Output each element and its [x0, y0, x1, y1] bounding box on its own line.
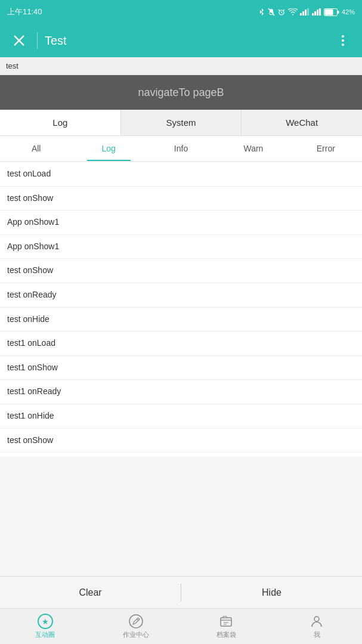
- svg-rect-5: [307, 8, 309, 16]
- filter-info[interactable]: Info: [145, 136, 217, 161]
- filter-all[interactable]: All: [0, 136, 72, 161]
- log-item: test onHide: [0, 308, 362, 332]
- action-bar: Clear Hide: [0, 576, 362, 608]
- log-item: test onShow: [0, 429, 362, 453]
- log-item: test onLoad: [0, 162, 362, 187]
- nav-item-wo[interactable]: 我: [271, 609, 362, 644]
- wifi-icon: [288, 8, 298, 16]
- nav-item-hudong[interactable]: ★ 互动圈: [0, 609, 91, 644]
- bottom-nav: ★ 互动圈 作业中心 档案袋 我: [0, 608, 362, 644]
- bluetooth-icon: [258, 8, 265, 16]
- log-item: test1 onReady: [0, 380, 362, 404]
- svg-rect-3: [302, 11, 304, 16]
- svg-rect-4: [305, 10, 307, 16]
- log-item: test1 onHide: [0, 404, 362, 429]
- more-button[interactable]: [332, 30, 354, 51]
- svg-rect-9: [319, 8, 321, 16]
- battery-percent: 42%: [342, 8, 355, 16]
- svg-rect-6: [312, 13, 314, 16]
- nav-label-zuoye: 作业中心: [123, 630, 149, 639]
- pencil-circle-icon: [128, 614, 144, 629]
- mute-icon: [268, 8, 275, 16]
- hide-button[interactable]: Hide: [181, 577, 362, 608]
- folder-icon: [218, 614, 234, 629]
- svg-rect-12: [324, 9, 333, 15]
- status-bar: 上午11:40: [0, 0, 362, 24]
- log-item: test onReady: [0, 283, 362, 308]
- nav-banner: navigateTo pageB: [0, 75, 362, 110]
- tab-wechat[interactable]: WeChat: [242, 110, 362, 135]
- filter-error[interactable]: Error: [290, 136, 362, 161]
- log-item: App onShow1: [0, 235, 362, 259]
- signal-icon: [300, 8, 310, 16]
- nav-label-dangan: 档案袋: [216, 630, 236, 639]
- filter-tab-bar: All Log Info Warn Error: [0, 136, 362, 162]
- log-list: test onLoadtest onShowApp onShow1App onS…: [0, 162, 362, 457]
- filter-warn[interactable]: Warn: [217, 136, 289, 161]
- title-divider: [37, 32, 38, 49]
- svg-rect-8: [317, 10, 318, 16]
- filter-log[interactable]: Log: [72, 136, 144, 161]
- svg-rect-2: [300, 13, 302, 16]
- svg-point-17: [314, 617, 319, 621]
- svg-rect-16: [221, 618, 231, 626]
- svg-rect-7: [314, 11, 316, 16]
- status-icons: 42%: [258, 8, 355, 16]
- preview-label: test: [0, 57, 362, 75]
- log-item: test1 onLoad: [0, 332, 362, 356]
- svg-rect-11: [338, 11, 339, 14]
- close-button[interactable]: [8, 30, 30, 51]
- person-icon: [309, 614, 324, 629]
- nav-label-hudong: 互动圈: [35, 630, 55, 639]
- tab-log[interactable]: Log: [0, 110, 121, 135]
- battery-icon: [324, 8, 339, 16]
- star-circle-icon: ★: [38, 614, 53, 629]
- page-title: Test: [45, 34, 332, 48]
- log-item: test onShow: [0, 259, 362, 283]
- signal2-icon: [312, 8, 321, 16]
- nav-item-dangan[interactable]: 档案袋: [181, 609, 272, 644]
- nav-item-zuoye[interactable]: 作业中心: [91, 609, 181, 644]
- primary-tab-bar: Log System WeChat: [0, 110, 362, 136]
- nav-banner-text: navigateTo pageB: [138, 86, 224, 99]
- clear-button[interactable]: Clear: [0, 577, 181, 608]
- log-item: App onShow1: [0, 210, 362, 235]
- log-item: test onShow: [0, 187, 362, 211]
- svg-point-15: [129, 615, 143, 628]
- nav-label-wo: 我: [314, 630, 320, 639]
- status-time: 上午11:40: [7, 7, 42, 17]
- title-bar: Test: [0, 24, 362, 57]
- alarm-icon: [277, 8, 286, 16]
- tab-system[interactable]: System: [121, 110, 242, 135]
- log-item: test1 onShow: [0, 356, 362, 380]
